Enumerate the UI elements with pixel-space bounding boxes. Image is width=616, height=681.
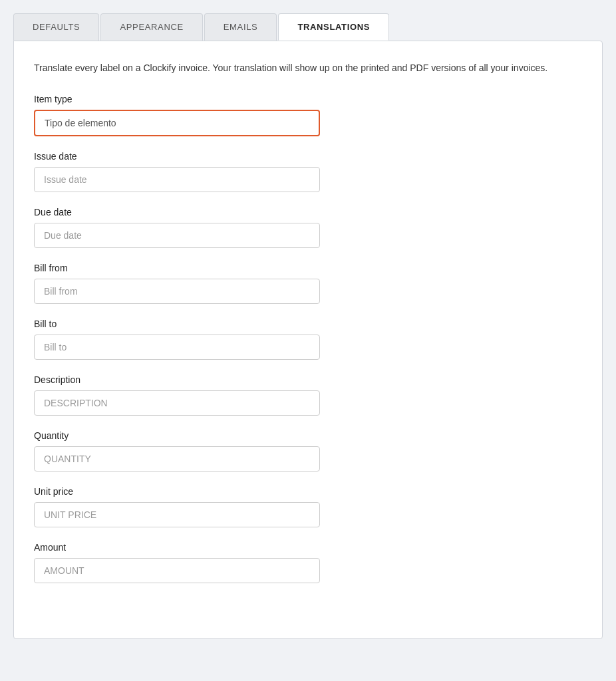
input-amount[interactable] — [34, 558, 320, 583]
field-group-bill-from: Bill from — [34, 263, 582, 304]
field-group-bill-to: Bill to — [34, 319, 582, 360]
page-container: DEFAULTS APPEARANCE EMAILS TRANSLATIONS … — [0, 0, 616, 681]
description-text: Translate every label on a Clockify invo… — [34, 61, 582, 75]
label-issue-date: Issue date — [34, 151, 582, 162]
label-due-date: Due date — [34, 207, 582, 217]
label-description: Description — [34, 374, 582, 385]
field-group-due-date: Due date — [34, 207, 582, 248]
tab-translations[interactable]: TRANSLATIONS — [278, 13, 389, 41]
label-amount: Amount — [34, 542, 582, 553]
input-quantity[interactable] — [34, 446, 320, 472]
tab-defaults[interactable]: DEFAULTS — [13, 13, 99, 41]
label-item-type: Item type — [34, 94, 582, 104]
field-group-amount: Amount — [34, 542, 582, 583]
label-bill-from: Bill from — [34, 263, 582, 273]
input-issue-date[interactable] — [34, 167, 320, 192]
input-bill-to[interactable] — [34, 335, 320, 360]
tab-appearance[interactable]: APPEARANCE — [100, 13, 202, 41]
tab-emails[interactable]: EMAILS — [204, 13, 277, 41]
field-group-unit-price: Unit price — [34, 486, 582, 527]
field-group-issue-date: Issue date — [34, 151, 582, 192]
label-quantity: Quantity — [34, 430, 582, 441]
input-item-type[interactable] — [34, 110, 320, 136]
content-panel: Translate every label on a Clockify invo… — [13, 41, 603, 639]
input-due-date[interactable] — [34, 223, 320, 248]
field-group-item-type: Item type — [34, 94, 582, 136]
label-bill-to: Bill to — [34, 319, 582, 329]
input-bill-from[interactable] — [34, 279, 320, 304]
input-description[interactable] — [34, 390, 320, 416]
field-group-description: Description — [34, 374, 582, 416]
field-group-quantity: Quantity — [34, 430, 582, 472]
tabs-bar: DEFAULTS APPEARANCE EMAILS TRANSLATIONS — [13, 13, 603, 41]
input-unit-price[interactable] — [34, 502, 320, 527]
label-unit-price: Unit price — [34, 486, 582, 497]
